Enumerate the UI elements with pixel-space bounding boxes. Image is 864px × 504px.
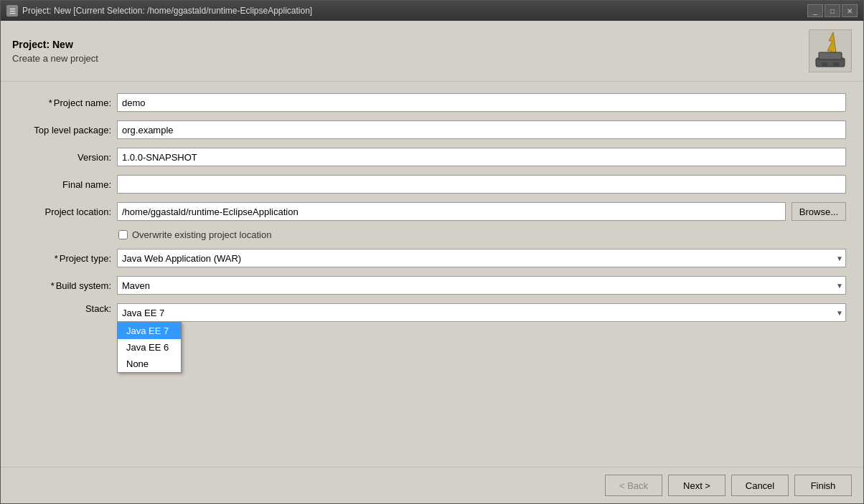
- window-icon: ☰: [6, 5, 18, 16]
- build-system-select-wrapper: Maven Gradle ▼: [117, 276, 846, 295]
- final-name-label: Final name:: [18, 179, 111, 190]
- stack-select-container: Java EE 7 ▼ Java EE 7 Java EE 6 None: [117, 303, 846, 322]
- project-location-row: Project location: Browse...: [18, 202, 846, 221]
- stack-option-java-ee-7[interactable]: Java EE 7: [118, 323, 181, 339]
- top-level-package-label: Top level package:: [18, 125, 111, 135]
- svg-rect-2: [819, 52, 842, 60]
- stack-dropdown-popup: Java EE 7 Java EE 6 None: [117, 322, 182, 373]
- overwrite-checkbox[interactable]: [118, 230, 128, 239]
- title-bar-controls: _ □ ✕: [807, 4, 858, 17]
- project-location-label: Project location:: [18, 206, 111, 217]
- stack-row: Stack: Java EE 7 ▼ Java EE 7 Java EE 6 N…: [18, 303, 846, 322]
- stack-select-display[interactable]: Java EE 7 ▼: [117, 303, 846, 322]
- maximize-button[interactable]: □: [825, 4, 840, 17]
- title-bar: ☰ Project: New [Current Selection: /home…: [1, 1, 863, 21]
- finish-button[interactable]: Finish: [794, 475, 852, 496]
- build-system-label: *Build system:: [18, 280, 111, 291]
- dialog-icon: [809, 29, 852, 72]
- main-window: ☰ Project: New [Current Selection: /home…: [0, 0, 864, 504]
- project-type-row: *Project type: Java Web Application (WAR…: [18, 249, 846, 267]
- stack-select-wrapper: Java EE 7 ▼ Java EE 7 Java EE 6 None: [117, 303, 846, 322]
- dialog-header: Project: New Create a new project: [1, 21, 863, 82]
- window-title: Project: New [Current Selection: /home/g…: [22, 6, 312, 16]
- final-name-row: Final name:: [18, 175, 846, 194]
- version-label: Version:: [18, 152, 111, 163]
- next-button[interactable]: Next >: [668, 475, 726, 496]
- footer-area: < Back Next > Cancel Finish: [1, 467, 863, 503]
- build-system-row: *Build system: Maven Gradle ▼: [18, 276, 846, 295]
- title-bar-left: ☰ Project: New [Current Selection: /home…: [6, 5, 312, 16]
- svg-rect-3: [822, 62, 827, 67]
- version-row: Version:: [18, 148, 846, 166]
- stack-option-none[interactable]: None: [118, 356, 181, 372]
- dialog-title: Project: New: [12, 39, 98, 50]
- form-area: *Project name: Top level package: Versio…: [1, 82, 863, 467]
- dialog-header-left: Project: New Create a new project: [12, 39, 98, 64]
- project-type-select-wrapper: Java Web Application (WAR) Java EE Appli…: [117, 249, 846, 267]
- dialog-subtitle: Create a new project: [12, 53, 98, 64]
- svg-rect-4: [833, 62, 839, 67]
- project-type-label: *Project type:: [18, 253, 111, 264]
- final-name-input[interactable]: [117, 175, 846, 194]
- overwrite-checkbox-row: Overwrite existing project location: [118, 229, 846, 240]
- top-level-package-input[interactable]: [117, 120, 846, 139]
- stack-option-java-ee-6[interactable]: Java EE 6: [118, 339, 181, 356]
- version-input[interactable]: [117, 148, 846, 166]
- stack-dropdown-arrow-icon: ▼: [836, 309, 843, 317]
- back-button[interactable]: < Back: [605, 475, 662, 496]
- browse-button[interactable]: Browse...: [792, 202, 846, 221]
- project-location-input[interactable]: [117, 202, 786, 221]
- top-level-package-row: Top level package:: [18, 120, 846, 139]
- anvil-svg-icon: [810, 31, 850, 71]
- stack-label: Stack:: [18, 303, 111, 314]
- cancel-button[interactable]: Cancel: [731, 475, 789, 496]
- project-name-label: *Project name:: [18, 98, 111, 108]
- project-name-row: *Project name:: [18, 93, 846, 112]
- overwrite-label: Overwrite existing project location: [132, 229, 271, 240]
- project-name-input[interactable]: [117, 93, 846, 112]
- close-button[interactable]: ✕: [842, 4, 858, 17]
- build-system-select[interactable]: Maven Gradle: [117, 276, 846, 295]
- dialog-content: Project: New Create a new project: [1, 21, 863, 503]
- minimize-button[interactable]: _: [807, 4, 823, 17]
- project-type-select[interactable]: Java Web Application (WAR) Java EE Appli…: [117, 249, 846, 267]
